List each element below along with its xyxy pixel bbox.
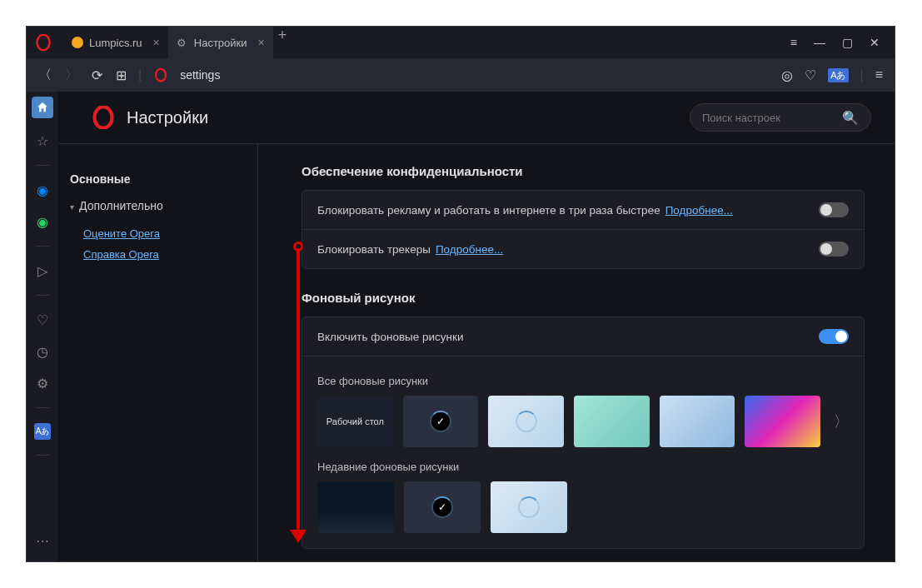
speed-dial-icon[interactable]: ⊞	[116, 67, 127, 83]
settings-page: Настройки 🔍 Основные ▾Дополнительно Оцен…	[58, 92, 895, 561]
block-trackers-label: Блокировать трекеры	[317, 243, 431, 256]
wallpaper-thumb[interactable]	[745, 396, 820, 447]
window-controls: ≡ — ▢ ✕	[790, 36, 895, 49]
tab-label: Настройки	[194, 37, 247, 49]
favicon-lumpics	[72, 37, 83, 48]
sidebar-rail: ☆ ◉ ◉ ▷ ♡ ◷ ⚙ Aあ ⋯	[27, 92, 58, 561]
wallpaper-dark-selected[interactable]	[404, 481, 481, 533]
settings-search[interactable]: 🔍	[690, 103, 871, 132]
privacy-card: Блокировать рекламу и работать в интерне…	[302, 190, 865, 269]
snapshot-icon[interactable]: ◎	[781, 67, 793, 83]
search-input[interactable]	[702, 112, 842, 124]
titlebar: Lumpics.ru × ⚙ Настройки × + ≡ — ▢ ✕	[27, 27, 895, 58]
reload-button[interactable]: ⟳	[92, 67, 102, 83]
browser-window: Lumpics.ru × ⚙ Настройки × + ≡ — ▢ ✕ 〈 〉…	[26, 26, 895, 562]
minimize-button[interactable]: —	[814, 36, 825, 49]
settings-gear-icon[interactable]: ⚙	[33, 374, 52, 392]
back-button[interactable]: 〈	[38, 67, 52, 84]
block-ads-row: Блокировать рекламу и работать в интерне…	[302, 191, 864, 230]
next-wallpapers-button[interactable]: 〉	[834, 411, 849, 431]
gear-icon: ⚙	[177, 37, 188, 48]
close-button[interactable]: ✕	[870, 36, 880, 49]
whatsapp-icon[interactable]: ◉	[33, 212, 52, 231]
svg-point-2	[95, 107, 112, 128]
new-tab-button[interactable]: +	[278, 27, 287, 58]
address-field[interactable]: settings	[180, 68, 770, 82]
history-icon[interactable]: ◷	[33, 342, 52, 361]
all-wallpapers: Рабочий стол 〉	[317, 396, 849, 447]
translate-rail-icon[interactable]: Aあ	[34, 423, 51, 440]
tab-strip: Lumpics.ru × ⚙ Настройки × +	[63, 27, 287, 58]
content-area: ☆ ◉ ◉ ▷ ♡ ◷ ⚙ Aあ ⋯ Настройки	[27, 92, 895, 561]
bookmarks-icon[interactable]: ☆	[33, 132, 52, 150]
learn-more-link[interactable]: Подробнее...	[436, 243, 503, 256]
svg-point-0	[37, 35, 50, 50]
forward-button[interactable]: 〉	[65, 67, 78, 84]
wallpaper-thumb[interactable]	[488, 396, 564, 447]
translate-icon[interactable]: Aあ	[828, 68, 848, 82]
chevron-down-icon: ▾	[70, 202, 74, 212]
heart-icon[interactable]: ♡	[805, 67, 816, 83]
svg-point-1	[156, 69, 166, 82]
wallpaper-desktop[interactable]: Рабочий стол	[317, 396, 393, 447]
wallpaper-thumb[interactable]	[574, 396, 650, 447]
enable-wallpaper-row: Включить фоновые рисунки	[302, 317, 864, 356]
wallpaper-thumb[interactable]	[660, 396, 735, 447]
nav-advanced[interactable]: ▾Дополнительно	[70, 192, 257, 219]
wallpaper-dark-selected[interactable]	[403, 396, 479, 447]
opera-badge-icon	[153, 67, 168, 82]
tab-lumpics[interactable]: Lumpics.ru ×	[63, 27, 168, 58]
opera-logo-icon	[92, 106, 115, 129]
easy-setup-icon[interactable]: ≡	[875, 67, 883, 82]
home-icon[interactable]	[32, 97, 53, 118]
enable-wallpaper-toggle[interactable]	[819, 329, 849, 344]
block-trackers-toggle[interactable]	[819, 242, 849, 257]
block-trackers-row: Блокировать трекеры Подробнее...	[302, 230, 864, 268]
rate-opera-link[interactable]: Оцените Opera	[83, 227, 257, 240]
privacy-title: Обеспечение конфиденциальности	[302, 164, 865, 178]
opera-app-icon	[35, 34, 52, 51]
wallpaper-title: Фоновый рисунок	[302, 291, 865, 305]
page-header: Настройки 🔍	[58, 92, 895, 143]
search-icon: 🔍	[842, 110, 859, 126]
block-ads-toggle[interactable]	[819, 202, 849, 217]
wallpaper-card: Включить фоновые рисунки Все фоновые рис…	[302, 316, 865, 549]
easy-setup-icon[interactable]: ≡	[790, 36, 797, 49]
send-icon[interactable]: ▷	[33, 262, 52, 280]
close-icon[interactable]: ×	[258, 36, 265, 49]
more-icon[interactable]: ⋯	[33, 531, 52, 550]
tab-settings[interactable]: ⚙ Настройки ×	[168, 27, 273, 58]
nav-basic[interactable]: Основные	[70, 166, 257, 192]
address-bar: 〈 〉 ⟳ ⊞ | settings ◎ ♡ Aあ | ≡	[27, 58, 895, 92]
settings-nav: Основные ▾Дополнительно Оцените Opera Сп…	[58, 144, 258, 561]
page-title: Настройки	[127, 108, 208, 127]
recent-wallpapers	[317, 481, 849, 533]
messenger-icon[interactable]: ◉	[33, 181, 52, 199]
block-ads-label: Блокировать рекламу и работать в интерне…	[317, 204, 660, 217]
all-wallpapers-label: Все фоновые рисунки	[317, 375, 849, 387]
help-opera-link[interactable]: Справка Opera	[83, 248, 257, 261]
maximize-button[interactable]: ▢	[842, 36, 853, 49]
tab-label: Lumpics.ru	[89, 37, 142, 49]
wallpaper-thumb[interactable]	[317, 481, 394, 533]
enable-wallpaper-label: Включить фоновые рисунки	[317, 331, 463, 343]
settings-main: Обеспечение конфиденциальности Блокирова…	[258, 144, 895, 561]
close-icon[interactable]: ×	[153, 36, 160, 49]
learn-more-link[interactable]: Подробнее...	[665, 204, 733, 217]
recent-wallpapers-label: Недавние фоновые рисунки	[317, 461, 849, 473]
heart-icon[interactable]: ♡	[33, 311, 52, 329]
wallpaper-thumb[interactable]	[491, 481, 567, 533]
